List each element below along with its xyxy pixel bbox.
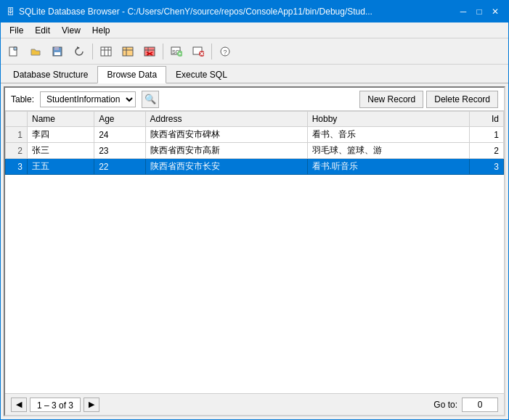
svg-marker-4 (77, 46, 80, 49)
col-header-rownum (6, 112, 28, 127)
app-icon: 🗄 (7, 7, 15, 16)
content-inner: Table: StudentInformation 🔍 New Record D… (4, 86, 505, 416)
content-wrapper: Table: StudentInformation 🔍 New Record D… (1, 83, 508, 419)
cell-hobby[interactable]: 羽毛球、篮球、游 (307, 143, 469, 159)
menu-help[interactable]: Help (86, 24, 116, 37)
delete-table-button[interactable] (139, 41, 160, 62)
menu-view[interactable]: View (56, 24, 86, 37)
window-controls: ─ □ ✕ (456, 4, 502, 19)
page-info: 1 – 3 of 3 (30, 398, 81, 412)
tab-bar: Database Structure Browse Data Execute S… (1, 65, 508, 83)
svg-rect-9 (123, 47, 133, 56)
row-number: 3 (6, 159, 28, 175)
table-row[interactable]: 1李四24陕西省西安市碑林看书、音乐1 (6, 127, 504, 143)
svg-text:?: ? (224, 49, 227, 56)
title-bar-text: SQLite Database Browser - C:/Users/ChenY… (19, 7, 456, 17)
table-search-button[interactable]: 🔍 (142, 91, 159, 108)
svg-rect-3 (54, 52, 60, 55)
table-actions: New Record Delete Record (359, 91, 498, 108)
menu-file[interactable]: File (4, 24, 29, 37)
table-button[interactable] (96, 41, 116, 62)
cell-name[interactable]: 王五 (28, 159, 94, 175)
cell-age[interactable]: 23 (94, 143, 145, 159)
cell-age[interactable]: 22 (94, 159, 145, 175)
search-icon: 🔍 (144, 94, 156, 104)
help-button[interactable]: ? (215, 41, 235, 62)
col-header-id[interactable]: Id (469, 112, 503, 127)
tab-database-structure[interactable]: Database Structure (4, 66, 97, 83)
delete-record-toolbar-button[interactable] (188, 41, 208, 62)
cell-address[interactable]: 陕西省西安市高新 (145, 143, 307, 159)
menu-bar: File Edit View Help (1, 22, 508, 38)
app-window: 🗄 SQLite Database Browser - C:/Users/Che… (0, 0, 509, 420)
table-row[interactable]: 3王五22陕西省西安市长安看书.听音乐3 (6, 159, 504, 175)
col-header-hobby[interactable]: Hobby (307, 112, 469, 127)
data-grid: Name Age Address Hobby Id 1李四24陕西省西安市碑林看… (5, 111, 504, 175)
cell-name[interactable]: 李四 (28, 127, 94, 143)
tab-execute-sql[interactable]: Execute SQL (166, 66, 237, 83)
delete-record-button[interactable]: Delete Record (426, 91, 498, 108)
cell-address[interactable]: 陕西省西安市碑林 (145, 127, 307, 143)
cell-age[interactable]: 24 (94, 127, 145, 143)
svg-rect-2 (54, 47, 59, 50)
col-header-address[interactable]: Address (145, 112, 307, 127)
separator-2 (163, 44, 163, 59)
separator-3 (211, 44, 212, 59)
new-record-button[interactable]: New Record (359, 91, 423, 108)
table-bar: Table: StudentInformation 🔍 New Record D… (5, 88, 504, 111)
row-number: 2 (6, 143, 28, 159)
svg-rect-12 (144, 47, 155, 56)
col-header-age[interactable]: Age (94, 112, 145, 127)
col-header-name[interactable]: Name (28, 112, 94, 127)
next-page-button[interactable]: ▶ (84, 398, 99, 412)
app-body: Database Structure Browse Data Execute S… (1, 65, 508, 419)
menu-edit[interactable]: Edit (29, 24, 56, 37)
minimize-button[interactable]: ─ (456, 4, 471, 19)
bottom-bar: ◀ 1 – 3 of 3 ▶ Go to: (5, 393, 504, 415)
maximize-button[interactable]: □ (472, 4, 486, 19)
grid-header-row: Name Age Address Hobby Id (6, 112, 504, 127)
row-number: 1 (6, 127, 28, 143)
table-select[interactable]: StudentInformation (40, 91, 136, 107)
cell-id[interactable]: 1 (469, 127, 503, 143)
data-area: Name Age Address Hobby Id 1李四24陕西省西安市碑林看… (5, 111, 504, 393)
cell-name[interactable]: 张三 (28, 143, 94, 159)
goto-label: Go to: (433, 400, 457, 410)
cell-address[interactable]: 陕西省西安市长安 (145, 159, 307, 175)
close-button[interactable]: ✕ (488, 4, 502, 19)
revert-button[interactable] (69, 41, 89, 62)
toolbar: SQL ? (1, 38, 508, 65)
cell-id[interactable]: 3 (469, 159, 503, 175)
open-db-button[interactable] (25, 41, 46, 62)
new-db-button[interactable] (4, 41, 24, 62)
tab-browse-data[interactable]: Browse Data (97, 66, 166, 83)
prev-page-button[interactable]: ◀ (11, 398, 27, 412)
svg-rect-5 (101, 47, 111, 56)
execute-button[interactable]: SQL (166, 41, 187, 62)
edit-table-button[interactable] (118, 41, 138, 62)
cell-hobby[interactable]: 看书、音乐 (307, 127, 469, 143)
separator-1 (92, 44, 93, 59)
table-row[interactable]: 2张三23陕西省西安市高新羽毛球、篮球、游2 (6, 143, 504, 159)
cell-hobby[interactable]: 看书.听音乐 (307, 159, 469, 175)
table-label: Table: (11, 94, 34, 104)
cell-id[interactable]: 2 (469, 143, 503, 159)
pagination: ◀ 1 – 3 of 3 ▶ (11, 398, 99, 412)
title-bar: 🗄 SQLite Database Browser - C:/Users/Che… (1, 1, 508, 22)
save-button[interactable] (47, 41, 68, 62)
goto-input[interactable] (462, 398, 498, 412)
goto-area: Go to: (433, 398, 498, 412)
